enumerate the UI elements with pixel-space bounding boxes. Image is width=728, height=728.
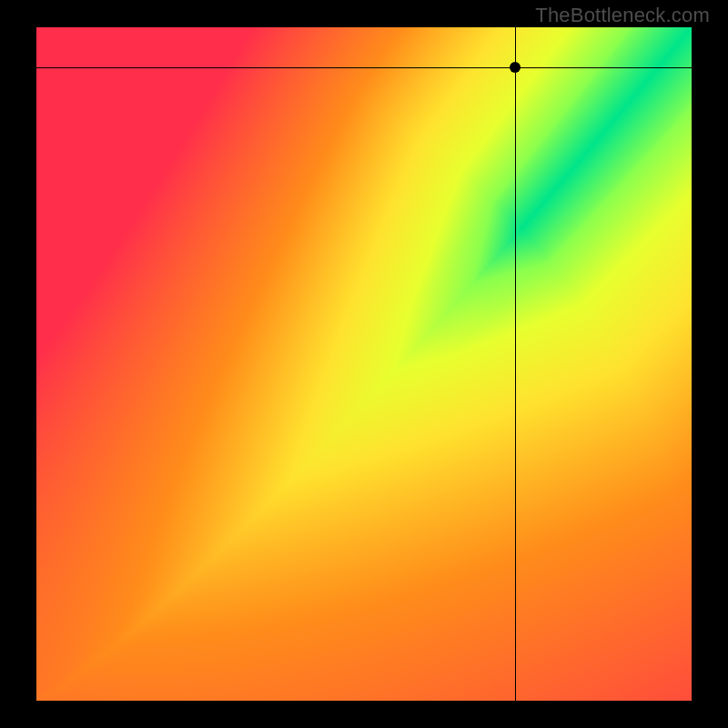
heatmap-canvas — [36, 27, 692, 701]
plot-area — [36, 27, 692, 701]
crosshair-vertical — [515, 27, 516, 701]
marker-dot — [510, 62, 521, 73]
chart-stage: TheBottleneck.com — [0, 0, 728, 728]
watermark-text: TheBottleneck.com — [535, 4, 710, 27]
crosshair-horizontal — [36, 67, 692, 68]
